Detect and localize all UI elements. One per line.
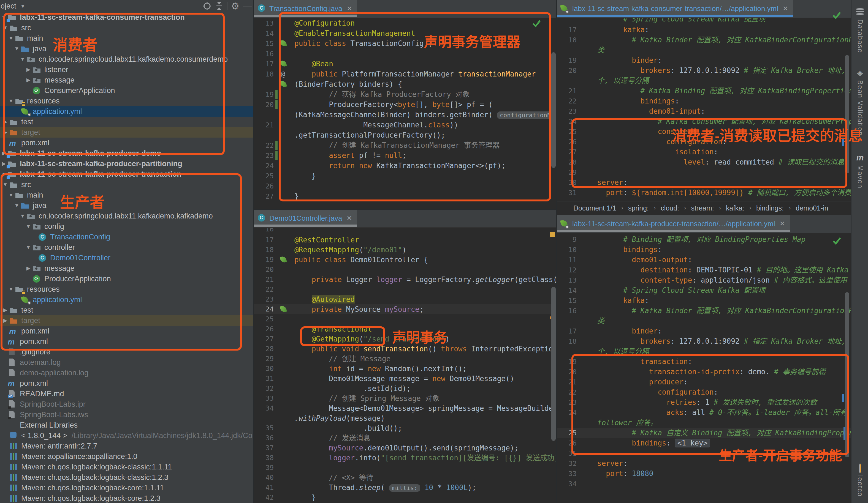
code-line[interactable]: 15public class TransactionConfig {: [254, 39, 557, 49]
tree-item-java[interactable]: ▼java: [0, 200, 254, 211]
code-line[interactable]: 32server:: [557, 459, 851, 469]
code-line[interactable]: (KafkaMessageChannelBinder) binders.getB…: [254, 110, 557, 120]
spring-bean-icon[interactable]: [280, 256, 287, 263]
expand-arrow-icon[interactable]: ▶: [1, 315, 9, 326]
tree-item-producerapplication[interactable]: ⟳ProducerApplication: [0, 273, 254, 284]
close-icon[interactable]: ✕: [783, 5, 788, 12]
code-line[interactable]: 10 bindings:: [557, 245, 851, 255]
code-line[interactable]: 18@RequestMapping("/demo01"): [254, 245, 557, 255]
tab-demo01-controller[interactable]: CDemo01Controller.java✕: [254, 210, 357, 227]
code-line[interactable]: 22 bindings:: [557, 96, 851, 106]
code-line[interactable]: follower 应答。: [557, 418, 851, 428]
tree-item-maven-antlr-antlr-2.7.7[interactable]: Maven: antlr:antlr:2.7.7: [0, 441, 254, 451]
inspection-ok-icon[interactable]: [832, 11, 841, 19]
code-line[interactable]: 42 }: [254, 493, 557, 502]
code-line[interactable]: 26 configuration:: [557, 137, 851, 147]
code-line[interactable]: 14 # Spring Cloud Stream Kafka 配置项: [557, 285, 851, 295]
tree-item-src[interactable]: ▼src: [0, 23, 254, 33]
tree-item-controller[interactable]: ▼controller: [0, 242, 254, 253]
code-line[interactable]: 27 isolation:: [557, 147, 851, 157]
code-line[interactable]: 24 acks: all # 0-不应答。1-leader 应答。all-所有 …: [557, 408, 851, 418]
chevron-down-icon[interactable]: ▼: [20, 3, 25, 9]
code-line[interactable]: 24 # Kafka Consumer 配置项, 对应 KafkaConsume…: [557, 116, 851, 127]
code-line[interactable]: 32 .setId(id);: [254, 384, 557, 394]
tool-window-button-bean-validation[interactable]: ◈Bean Validation: [851, 68, 868, 136]
tree-item-pom.xml[interactable]: mpom.xml: [0, 378, 254, 389]
scrollbar-thumb[interactable]: [551, 52, 556, 168]
expand-arrow-icon[interactable]: ▼: [1, 23, 9, 33]
tree-item-target[interactable]: ▶target: [0, 315, 254, 326]
breadcrumb-item[interactable]: bindings:: [756, 204, 784, 212]
code-line[interactable]: 23 retries: 1 # 发送失败时, 重试发送的次数: [557, 397, 851, 408]
editor-consumer-yml[interactable]: labx-11-sc-stream-kafka-consumer-transac…: [556, 0, 851, 214]
inspection-ok-icon[interactable]: [532, 19, 541, 28]
code-line[interactable]: 25 }: [254, 171, 557, 181]
code-area[interactable]: 13@Configuration14@EnableTransactionMana…: [254, 18, 557, 201]
code-line[interactable]: 19public class Demo01Controller {: [254, 255, 557, 265]
breadcrumb-item[interactable]: kafka:: [726, 204, 744, 212]
code-line[interactable]: 17 binder:: [557, 326, 851, 336]
code-line[interactable]: 20: [254, 265, 557, 275]
code-line[interactable]: 13 content-type: application/json # 内容格式…: [557, 275, 851, 285]
expand-arrow-icon[interactable]: ▼: [7, 96, 15, 106]
code-line[interactable]: 26: [254, 181, 557, 191]
code-line[interactable]: 18@ public PlatformTransactionManager tr…: [254, 69, 557, 79]
expand-arrow-icon[interactable]: ▼: [24, 221, 32, 232]
tree-item-cn.iocoder.springcloud.labx11.kafkademo.kafkademo[interactable]: ▼cn.iocoder.springcloud.labx11.kafkademo…: [0, 211, 254, 221]
code-line[interactable]: 41 Thread.sleep( millis: 10 * 1000L);: [254, 483, 557, 493]
expand-arrow-icon[interactable]: ▶: [1, 305, 9, 315]
expand-arrow-icon[interactable]: ▼: [7, 33, 15, 43]
code-line[interactable]: 21 # Kafka Binding 配置项, 对应 KafkaBindingP…: [557, 86, 851, 96]
spring-bean-icon[interactable]: [280, 306, 287, 313]
code-line[interactable]: 23 @Autowired: [254, 294, 557, 304]
code-line[interactable]: 类: [557, 316, 851, 326]
expand-arrow-icon[interactable]: ▼: [24, 242, 32, 253]
tree-item-test[interactable]: ▶test: [0, 305, 254, 315]
expand-arrow-icon[interactable]: ▼: [13, 43, 21, 54]
code-line[interactable]: 31 Demo01Message message = new Demo01Mes…: [254, 374, 557, 384]
code-line[interactable]: 13@Configuration: [254, 18, 557, 28]
code-line[interactable]: 16: [254, 49, 557, 59]
tree-item-labx-11-sc-stream-kafka-consumer-transaction[interactable]: ▼labx-11-sc-stream-kafka-consumer-transa…: [0, 12, 254, 23]
code-line[interactable]: 类: [557, 45, 851, 55]
expand-arrow-icon[interactable]: ▼: [7, 284, 15, 294]
code-line[interactable]: 18 # Kafka Binder 配置项, 对应 KafkaBinderCon…: [557, 35, 851, 45]
code-line[interactable]: 15 kafka:: [557, 295, 851, 306]
tree-item--1.8.0-144-[interactable]: < 1.8.0_144 >/Library/Java/JavaVirtualMa…: [0, 430, 254, 441]
code-line[interactable]: 16 # Kafka Binder 配置项, 对应 KafkaBinderCon…: [557, 306, 851, 316]
code-line[interactable]: 11 demo01-output:: [557, 255, 851, 265]
code-line[interactable]: 30server:: [557, 178, 851, 188]
scrollbar-thumb[interactable]: [551, 287, 556, 441]
code-line[interactable]: 31: [557, 448, 851, 459]
code-line[interactable]: 40 // <X> 等待: [254, 473, 557, 483]
code-line[interactable]: 26 @Transactional: [254, 324, 557, 334]
code-line[interactable]: 17 @Bean: [254, 59, 557, 69]
code-area[interactable]: 9 # Binding 配置项, 对应 BindingProperties Ma…: [557, 234, 851, 489]
close-icon[interactable]: ✕: [347, 214, 352, 222]
code-line[interactable]: 30 int id = new Random().nextInt();: [254, 364, 557, 374]
tab-consumer-yml[interactable]: labx-11-sc-stream-kafka-consumer-transac…: [557, 0, 793, 17]
code-line[interactable]: 25 consumer:: [557, 127, 851, 137]
tree-item-maven-ch.qos.logback-logback-classic-1.2.3[interactable]: Maven: ch.qos.logback:logback-classic:1.…: [0, 472, 254, 483]
code-line[interactable]: 25 # Kafka 自定义 Binding 配置项, 对应 KafkaBind…: [557, 428, 851, 438]
tree-item-config[interactable]: ▼config: [0, 221, 254, 232]
tree-item-transactionconfig[interactable]: CTransactionConfig: [0, 232, 254, 242]
tree-item-pom.xml[interactable]: mpom.xml: [0, 336, 254, 347]
expand-arrow-icon[interactable]: ▶: [24, 75, 32, 85]
code-line[interactable]: 28 public void sendTransaction() throws …: [254, 344, 557, 354]
code-line[interactable]: 20 transaction-id-prefix: demo. # 事务编号前缀: [557, 367, 851, 377]
tree-item-consumerapplication[interactable]: ⟳ConsumerApplication: [0, 85, 254, 96]
code-line[interactable]: 34: [557, 479, 851, 489]
code-line[interactable]: 37 mySource.demo01Output().send(springMe…: [254, 443, 557, 453]
editor-demo01-controller[interactable]: CDemo01Controller.java✕ 1617@RestControl…: [254, 209, 557, 503]
editor-transaction-config[interactable]: CTransactionConfig.java✕ 13@Configuratio…: [254, 0, 557, 209]
breadcrumb-item[interactable]: spring:: [628, 204, 649, 212]
code-line[interactable]: 个, 以逗号分隔: [557, 76, 851, 86]
code-line[interactable]: 26 bindings: <1 key>: [557, 438, 851, 448]
tree-item-springboot-labs.iws[interactable]: SpringBoot-Labs.iws: [0, 409, 254, 420]
close-icon[interactable]: ✕: [347, 5, 352, 12]
tree-item-resources[interactable]: ▼resources: [0, 96, 254, 106]
breadcrumb-item[interactable]: demo01-in: [796, 204, 828, 212]
code-line[interactable]: 17@RestController: [254, 235, 557, 245]
code-line[interactable]: 22: [254, 284, 557, 294]
